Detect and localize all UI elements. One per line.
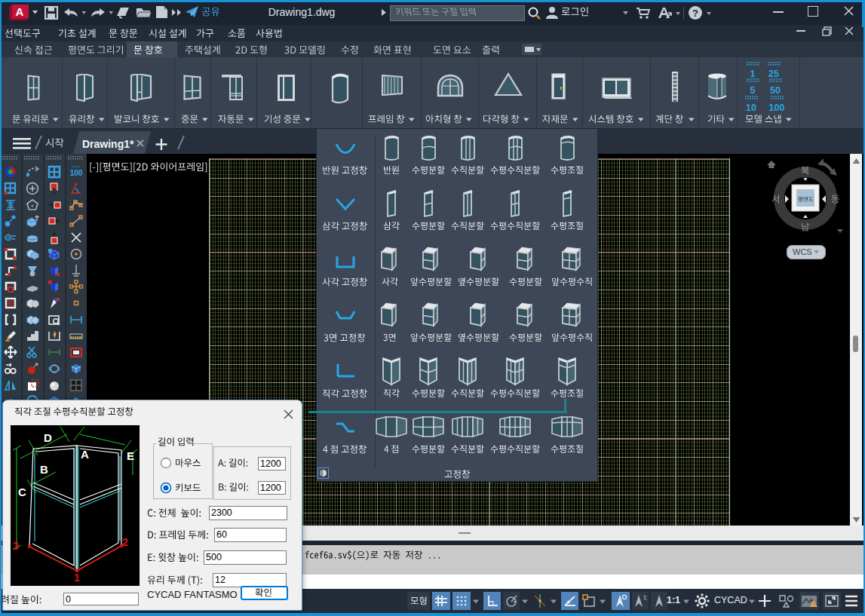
svg-text:2: 2 [122,536,128,548]
svg-text:A: A [16,5,24,18]
svg-text:1: 1 [74,572,80,584]
svg-text:?: ? [692,8,698,19]
svg-text:3: 3 [13,540,19,552]
svg-text:E: E [127,449,134,462]
svg-text:A: A [81,448,89,461]
svg-text:D: D [44,431,52,444]
svg-text:C: C [18,486,26,498]
svg-text:B: B [40,463,48,476]
svg-text:100: 100 [70,169,83,177]
